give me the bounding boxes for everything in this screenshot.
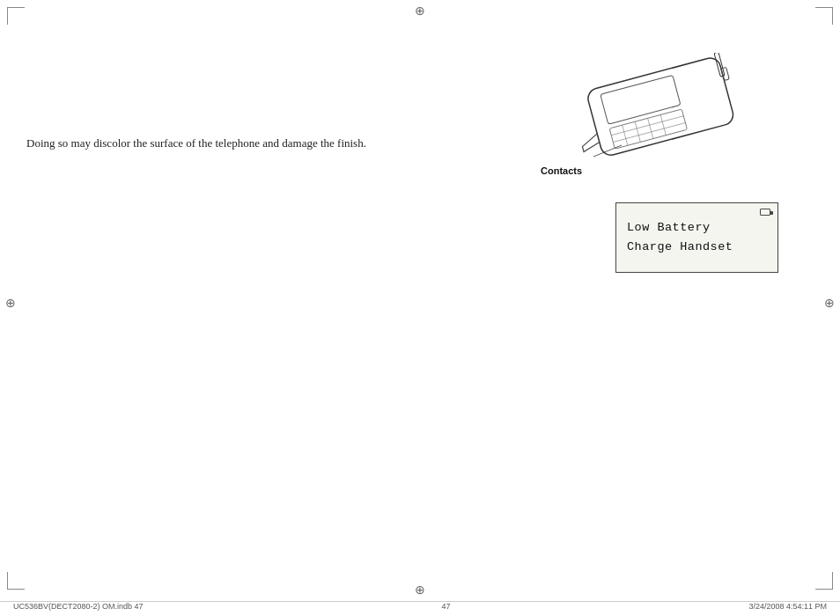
lcd-line1: Low Battery bbox=[627, 218, 767, 238]
corner-mark-br bbox=[815, 572, 833, 590]
svg-rect-1 bbox=[601, 75, 681, 124]
contacts-label: Contacts bbox=[541, 165, 582, 176]
footer-page-number: 47 bbox=[441, 602, 450, 611]
footer: UC536BV(DECT2080-2) OM.indb 47 47 3/24/2… bbox=[0, 601, 840, 611]
corner-mark-tl bbox=[7, 7, 25, 25]
crosshair-right bbox=[822, 296, 836, 310]
svg-line-4 bbox=[635, 121, 640, 142]
svg-line-6 bbox=[660, 114, 666, 135]
corner-mark-bl bbox=[7, 572, 25, 590]
lcd-screen-box: Low Battery Charge Handset bbox=[615, 202, 778, 273]
svg-line-7 bbox=[611, 116, 683, 136]
svg-rect-9 bbox=[721, 67, 729, 80]
footer-right-text: 3/24/2008 4:54:11 PM bbox=[748, 602, 827, 611]
crosshair-left bbox=[4, 296, 18, 310]
footer-left-text: UC536BV(DECT2080-2) OM.indb 47 bbox=[13, 602, 144, 611]
svg-rect-0 bbox=[586, 55, 735, 157]
phone-image bbox=[567, 53, 770, 167]
svg-line-5 bbox=[648, 118, 653, 138]
body-text: Doing so may discolor the surface of the… bbox=[26, 136, 366, 150]
corner-mark-tr bbox=[815, 7, 833, 25]
phone-illustration-area: Contacts bbox=[541, 53, 770, 202]
svg-line-3 bbox=[623, 125, 628, 145]
battery-icon bbox=[760, 209, 770, 216]
lcd-line2: Charge Handset bbox=[627, 238, 767, 257]
crosshair-top bbox=[413, 4, 427, 18]
svg-line-8 bbox=[613, 122, 685, 142]
svg-rect-2 bbox=[609, 109, 687, 149]
crosshair-bottom bbox=[413, 583, 427, 597]
